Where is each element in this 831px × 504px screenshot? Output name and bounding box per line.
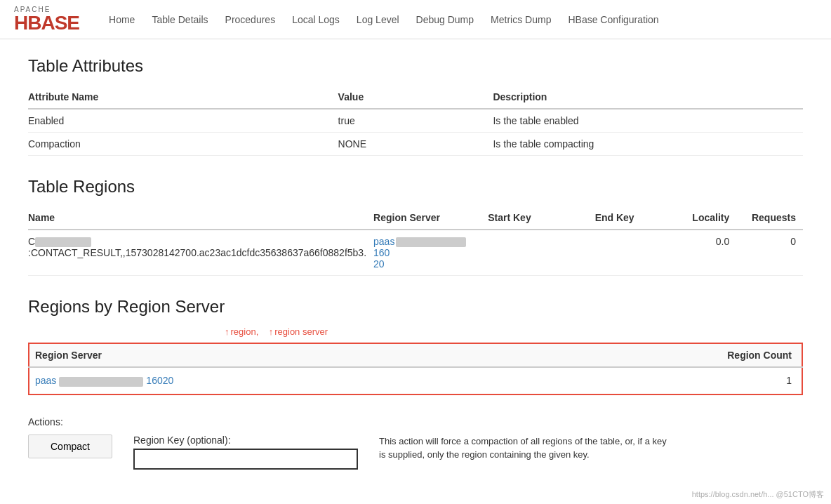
rrs-count-cell: 1 [534,367,802,394]
nav-hbase-config[interactable]: HBase Configuration [568,14,658,25]
table-attributes-table: Attribute Name Value Description Enabled… [28,86,803,156]
table-regions-heading: Table Regions [28,177,803,197]
regions-col-requests: Requests [736,206,803,230]
attr-name-enabled: Enabled [28,109,338,133]
compact-button[interactable]: Compact [28,435,112,458]
table-row: paas 16020 1 [29,367,802,394]
rrs-col-count: Region Count [534,343,802,367]
arrow-region-icon [225,326,231,337]
region-locality: 0.0 [673,230,736,276]
nav-local-logs[interactable]: Local Logs [292,14,340,25]
rrs-annotation-region: region, [231,326,259,337]
attr-col-value: Value [338,86,493,109]
rrs-col-server: Region Server [29,343,534,367]
table-regions-table: Name Region Server Start Key End Key Loc… [28,206,803,276]
rrs-table: Region Server Region Count paas 16020 1 [28,343,803,394]
regions-col-locality: Locality [673,206,736,230]
table-row: C :CONTACT_RESULT,,1573028142700.ac23ac1… [28,230,803,276]
attr-value-compaction: NONE [338,133,493,156]
nav-procedures[interactable]: Procedures [225,14,276,25]
table-attributes-heading: Table Attributes [28,56,803,76]
table-row: Enabled true Is the table enabled [28,109,803,133]
region-server-link[interactable]: paas 16020 [373,236,467,270]
attr-col-description: Description [493,86,803,109]
rrs-heading: Regions by Region Server [28,297,803,317]
attr-col-name: Attribute Name [28,86,338,109]
rrs-server-cell: paas 16020 [29,367,534,394]
region-key-section: Region Key (optional): [133,435,358,470]
action-description: This action will force a compaction of a… [379,435,674,462]
region-name-prefix: C [28,236,35,247]
actions-row: Compact Region Key (optional): This acti… [28,435,803,470]
navigation: APACHE HBASE Home Table Details Procedur… [0,0,831,39]
logo-hbase-text: HBASE [14,12,79,34]
nav-debug-dump[interactable]: Debug Dump [416,14,474,25]
arrow-server-icon [269,326,275,337]
region-server-name: paas 16020 [373,236,467,270]
logo: APACHE HBASE [14,6,79,33]
region-endkey [564,230,673,276]
region-name: C :CONTACT_RESULT,,1573028142700.ac23ac1… [28,230,373,276]
nav-table-details[interactable]: Table Details [152,14,208,25]
nav-log-level[interactable]: Log Level [357,14,399,25]
nav-metrics-dump[interactable]: Metrics Dump [491,14,551,25]
regions-col-endkey: End Key [564,206,673,230]
region-requests: 0 [736,230,803,276]
region-name-blurred [35,237,91,247]
region-server: paas 16020 [373,230,488,276]
actions-label: Actions: [28,416,803,427]
region-key-label: Region Key (optional): [133,435,358,446]
attr-desc-compaction: Is the table compacting [493,133,803,156]
attr-desc-enabled: Is the table enabled [493,109,803,133]
region-startkey [488,230,563,276]
regions-col-server: Region Server [373,206,488,230]
table-row: Compaction NONE Is the table compacting [28,133,803,156]
region-key-input[interactable] [133,449,358,470]
regions-col-startkey: Start Key [488,206,563,230]
main-content: Table Attributes Attribute Name Value De… [0,39,831,486]
nav-home[interactable]: Home [109,14,135,25]
rrs-annotation: region, region server [225,326,803,337]
rrs-annotation-server: region server [274,326,328,337]
rrs-server-link[interactable]: paas 16020 [35,375,173,386]
regions-col-name: Name [28,206,373,230]
region-name-suffix: :CONTACT_RESULT,,1573028142700.ac23ac1dc… [28,247,366,258]
attr-name-compaction: Compaction [28,133,338,156]
attr-value-enabled: true [338,109,493,133]
regions-by-server-section: Regions by Region Server region, region … [28,297,803,394]
actions-section: Actions: Compact Region Key (optional): … [28,416,803,470]
